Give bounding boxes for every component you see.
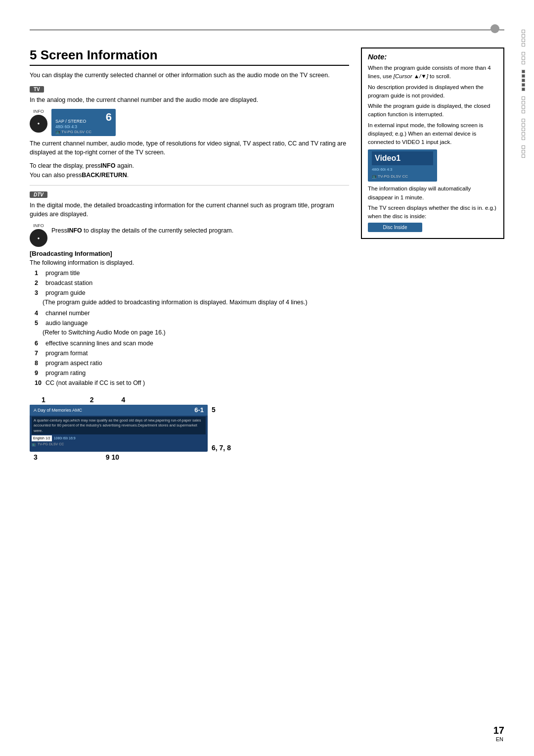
analog-screen-mockup: 6 SAP / STEREO 480i 60i 4:3 📺 TV-PG DLSV…	[51, 109, 116, 136]
label-3: 3	[34, 453, 38, 461]
channel-bar-num: 6-1	[194, 406, 204, 414]
channel-bar-text: A Day of Memories AMC	[34, 408, 82, 413]
dot-group-filled	[522, 70, 525, 91]
broadcasting-info-list-3: 6effective scanning lines and scan mode …	[30, 338, 349, 388]
rating-text: TV-PG DLSV CC	[38, 442, 64, 446]
dtv-mode-text: In the digital mode, the detailed broadc…	[30, 201, 349, 220]
lang-row: English 1/2 1080i 60i 16:9	[32, 435, 206, 441]
dtv-info-button-group: INFO ●	[30, 223, 47, 247]
prog-text: A quarter-century ago,which may now qual…	[34, 418, 201, 433]
note-content: When the program guide consists of more …	[368, 64, 497, 232]
dot-group-1	[522, 30, 525, 47]
note-item-2: No description provided is displayed whe…	[368, 83, 497, 100]
dot-filled	[522, 88, 525, 91]
info-circle-button[interactable]: ●	[30, 115, 47, 133]
list-item: 8program aspect ratio	[35, 358, 349, 368]
list-item: 2broadcast station	[35, 278, 349, 288]
dot-filled	[522, 83, 525, 87]
right-decorations	[522, 30, 525, 162]
video1-icons: 480i 60i 4:3	[372, 167, 433, 173]
res-line: 480i 60i 4:3	[55, 124, 112, 129]
dot	[522, 150, 525, 153]
tv-badge: TV	[30, 86, 44, 93]
top-circle-decoration	[490, 24, 499, 33]
dot-group-2	[522, 52, 525, 64]
broadcasting-title: [Broadcasting Information]	[30, 250, 349, 257]
dtv-screen-mockup: A Day of Memories AMC 6-1 A quarter-cent…	[30, 405, 208, 452]
dot-filled	[522, 74, 525, 78]
list-item: 6effective scanning lines and scan mode	[35, 338, 349, 348]
diagram-right-labels: 5 6, 7, 8	[212, 405, 231, 452]
label-9-10: 9 10	[106, 453, 119, 461]
info-button-group: INFO ●	[30, 109, 47, 133]
list-subnote: (The program guide added to broadcasting…	[30, 298, 349, 307]
dot	[522, 137, 525, 140]
dot	[522, 56, 525, 60]
label-4: 4	[122, 396, 126, 404]
diagram-top-labels: 1 2 4	[30, 396, 349, 404]
dot	[522, 119, 525, 122]
list-item: 10CC (not available if CC is set to Off …	[35, 378, 349, 388]
top-divider	[30, 30, 504, 30]
list-item: 7program format	[35, 348, 349, 358]
dot	[522, 128, 525, 131]
dot	[522, 30, 525, 33]
dot	[522, 123, 525, 127]
dot	[522, 43, 525, 47]
prog-area: A quarter-century ago,which may now qual…	[32, 417, 206, 434]
info-label: INFO	[33, 109, 44, 114]
video1-title: Video1	[372, 151, 433, 165]
icon-text: 1080i 60i 16:9	[54, 436, 76, 440]
lang-box: English 1/2	[32, 435, 52, 441]
dtv-badge: DTV	[30, 191, 47, 198]
dot-group-6	[522, 145, 525, 158]
clear-text: To clear the display, pressINFO again. Y…	[30, 161, 349, 180]
dtv-press-text: PressINFO to display the details of the …	[51, 223, 233, 236]
diagram-bottom-labels: 3 9 10	[30, 453, 349, 461]
info-icon: ●	[38, 121, 40, 126]
dot	[522, 110, 525, 113]
tv-icon-symbol: 📺	[55, 130, 60, 134]
main-columns: 5 Screen Information You can display the…	[30, 47, 504, 461]
press-info-row: INFO ● 6 SAP / STEREO 480i 60i 4:3 📺 TV-…	[30, 109, 349, 136]
note-item-5: The information display will automatical…	[368, 185, 497, 202]
page-number: 17	[493, 725, 504, 736]
dot	[522, 39, 525, 42]
list-item: 4channel number	[35, 308, 349, 318]
broadcasting-info-list-2: 4channel number 5audio language	[30, 308, 349, 328]
dot	[522, 101, 525, 104]
tv-rating-icon: 📺	[32, 442, 36, 446]
dot	[522, 154, 525, 158]
dot-filled	[522, 79, 525, 82]
disc-screen: Disc Inside	[368, 223, 422, 232]
dot	[522, 132, 525, 136]
section-title: 5 Screen Information	[30, 47, 349, 66]
analog-screen-inner: 6 SAP / STEREO 480i 60i 4:3 📺 TV-PG DLSV…	[51, 109, 116, 136]
analog-mode-text: In the analog mode, the current channel …	[30, 95, 349, 105]
section-divider	[30, 185, 349, 186]
note-item-6: The TV screen displays whether the disc …	[368, 204, 497, 221]
dot	[522, 145, 525, 149]
label-678: 6, 7, 8	[212, 444, 231, 452]
diagram-screen-area: A Day of Memories AMC 6-1 A quarter-cent…	[30, 405, 349, 452]
dot-group-4	[522, 96, 525, 113]
dtv-info-circle-button[interactable]: ●	[30, 229, 47, 247]
video1-screen: Video1 480i 60i 4:3 📺 TV-PG DLSV CC	[368, 149, 437, 182]
dot-filled	[522, 70, 525, 73]
left-column: 5 Screen Information You can display the…	[30, 47, 349, 461]
note-item-3: While the program guide is displayed, th…	[368, 102, 497, 119]
label-2: 2	[90, 396, 94, 404]
press-info-dtv-row: INFO ● PressINFO to display the details …	[30, 223, 349, 247]
note-item-1: When the program guide consists of more …	[368, 64, 497, 81]
broadcasting-info-list: 1program title 2broadcast station 3progr…	[30, 268, 349, 298]
list-item: 3program guide	[35, 288, 349, 298]
video1-tv-icon: 📺	[372, 174, 377, 179]
note-box: Note: When the program guide consists of…	[361, 47, 504, 239]
intro-text: You can display the currently selected c…	[30, 71, 349, 80]
channel-bar: A Day of Memories AMC 6-1	[30, 405, 208, 416]
sap-line: SAP / STEREO	[55, 119, 112, 124]
description-text: The current channel number, audio mode, …	[30, 139, 349, 158]
video1-bottom: 📺 TV-PG DLSV CC	[372, 174, 433, 180]
label-5: 5	[212, 406, 231, 414]
dtv-info-icon: ●	[38, 236, 40, 240]
